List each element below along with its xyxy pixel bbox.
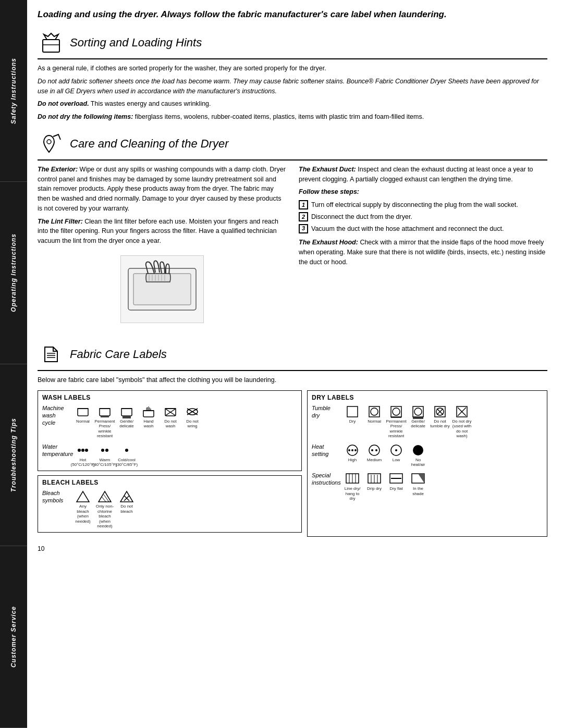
wash-temp-symbols: Hot (50°C/120°F) Warm (40°C/105°F) — [73, 443, 137, 467]
sym-label-dry-perm: Permanent Press/ wrinkle resistant — [386, 419, 406, 439]
symbol-wash-gentle: Gentle/ delicate — [117, 404, 137, 429]
svg-point-28 — [81, 449, 84, 452]
care-hood-label: The Exhaust Hood: — [299, 239, 358, 246]
care-icon — [38, 130, 65, 157]
step-2: 2 Disconnect the duct from the dryer. — [299, 212, 547, 222]
symbol-heat-high: High — [342, 443, 362, 463]
sidebar-customer-label: Customer Service — [10, 606, 17, 668]
sorting-icon — [38, 29, 65, 56]
symbol-wash-perm: Permanent Press/ wrinkle resistant — [95, 404, 115, 439]
sym-label-heat-no: No heat/air — [408, 458, 428, 467]
labels-grid: WASH LABELS Machinewashcycle — [38, 390, 547, 537]
sym-label-special-shade: In the shade — [408, 486, 428, 496]
svg-line-33 — [102, 497, 106, 502]
sorting-body3-text: This wastes energy and causes wrinkling. — [89, 100, 211, 107]
dry-tumble-name: Tumbledry — [312, 404, 340, 419]
sidebar-operating-label: Operating Instructions — [10, 233, 17, 312]
sym-label-wash-gentle: Gentle/ delicate — [117, 419, 137, 429]
care-exhaust-label: The Exhaust Duct: — [299, 166, 356, 173]
care-exterior-label: The Exterior: — [38, 166, 78, 173]
step-num-2: 2 — [299, 212, 308, 221]
sym-label-temp-cold: Cold/cool (30°C/85°F) — [116, 458, 138, 467]
labels-left: WASH LABELS Machinewashcycle — [38, 390, 302, 537]
svg-point-2 — [47, 140, 51, 144]
sym-label-bleach-no: Do not bleach — [117, 504, 137, 514]
sym-label-wash-perm: Permanent Press/ wrinkle resistant — [94, 419, 115, 439]
svg-point-62 — [395, 449, 397, 451]
dry-labels-box: DRY LABELS Tumbledry Dry — [307, 390, 547, 537]
svg-point-63 — [413, 445, 423, 455]
sorting-body4: Do not dry the following items: fibergla… — [38, 112, 547, 122]
bleach-labels-title: BLEACH LABELS — [42, 479, 297, 486]
symbol-wash-hand: Hand wash — [139, 404, 158, 429]
symbol-bleach-no: Do not bleach — [117, 489, 137, 514]
care-body: The Exterior: Wipe or dust any spills or… — [38, 165, 547, 332]
svg-point-57 — [354, 449, 357, 451]
bleach-row-name: Bleachsymbols — [42, 489, 71, 504]
page-header: Loading and using the dryer. Always foll… — [38, 9, 547, 22]
dry-special-row: Specialinstructions — [312, 472, 543, 501]
page-header-title: Loading and using the dryer. Always foll… — [38, 9, 447, 19]
fabric-section: Fabric Care Labels Below are fabric care… — [38, 341, 547, 537]
symbol-special-flat: Dry flat — [386, 472, 406, 491]
wash-machine-row: Machinewashcycle Normal — [42, 404, 297, 439]
svg-rect-37 — [347, 406, 358, 417]
svg-line-34 — [104, 495, 109, 502]
sorting-body3-label: Do not overload. — [38, 100, 89, 107]
svg-point-55 — [348, 449, 350, 451]
sorting-header: Sorting and Loading Hints — [38, 29, 547, 59]
wash-machine-name: Machinewashcycle — [42, 404, 71, 427]
svg-point-41 — [393, 408, 400, 415]
sym-label-dry-dry: Dry — [349, 419, 356, 424]
sidebar-troubleshooting-label: Troubleshooting Tips — [10, 418, 17, 492]
care-header: Care and Cleaning of the Dryer — [38, 130, 547, 161]
sym-label-bleach-any: Any bleach (when needed) — [73, 504, 93, 524]
svg-rect-0 — [43, 40, 59, 52]
bleach-labels-box: BLEACH LABELS Bleachsymbols Any bleac — [38, 475, 302, 533]
dry-heat-name: Heatsetting — [312, 443, 340, 458]
labels-right: DRY LABELS Tumbledry Dry — [307, 390, 547, 537]
svg-point-58 — [369, 445, 380, 455]
sorting-body4-text: fiberglass items, woolens, rubber-coated… — [133, 113, 424, 120]
sym-label-dry-normal: Normal — [368, 419, 381, 424]
step-1: 1 Turn off electrical supply by disconne… — [299, 200, 547, 210]
symbol-special-line: Line dry/ hang to dry — [342, 472, 362, 501]
svg-point-32 — [125, 449, 128, 452]
svg-point-31 — [105, 449, 108, 452]
sym-label-heat-high: High — [348, 458, 357, 463]
wash-labels-box: WASH LABELS Machinewashcycle — [38, 390, 302, 472]
bleach-symbols: Any bleach (when needed) Only non-chlori… — [73, 489, 137, 529]
sidebar: Safety Instructions Operating Instructio… — [0, 0, 27, 728]
lint-filter-container — [38, 250, 286, 328]
care-exterior: The Exterior: Wipe or dust any spills or… — [38, 165, 286, 214]
dry-heat-symbols: High Medium — [342, 443, 428, 467]
symbol-temp-cold: Cold/cool (30°C/85°F) — [117, 443, 137, 467]
symbol-special-shade: In the shade — [408, 472, 428, 496]
care-section: Care and Cleaning of the Dryer The Exter… — [38, 130, 547, 332]
dry-heat-row: Heatsetting High — [312, 443, 543, 467]
main-content: Loading and using the dryer. Always foll… — [27, 0, 563, 728]
fabric-icon — [38, 341, 65, 368]
sym-label-dry-notumble: Do not tumble dry — [430, 419, 450, 429]
sym-label-bleach-nonchlor: Only non-chlorine bleach (when needed) — [95, 504, 115, 529]
svg-point-56 — [351, 449, 353, 451]
sym-label-heat-low: Low — [393, 458, 400, 463]
sym-label-wash-normal: Normal — [76, 419, 90, 424]
sorting-body4-label: Do not dry the following items: — [38, 113, 133, 120]
sorting-section: Sorting and Loading Hints As a general r… — [38, 29, 547, 122]
care-col-right: The Exhaust Duct: Inspect and clean the … — [299, 165, 547, 332]
wash-temp-row: Watertemperature Hot (50°C/120°F) — [42, 443, 297, 467]
sorting-title: Sorting and Loading Hints — [70, 36, 202, 50]
page-number: 10 — [38, 545, 547, 552]
symbol-dry-normal: Normal — [364, 404, 384, 424]
sym-label-temp-warm: Warm (40°C/105°F) — [93, 458, 117, 467]
symbol-heat-low: Low — [386, 443, 406, 463]
dry-special-name: Specialinstructions — [312, 472, 340, 487]
wash-machine-symbols: Normal Permanent Press/ wrinkle resistan… — [73, 404, 202, 439]
care-lint: The Lint Filter: Clean the lint filter b… — [38, 217, 286, 246]
symbol-wash-nowring: Do not wring — [182, 404, 202, 429]
care-col-left: The Exterior: Wipe or dust any spills or… — [38, 165, 286, 332]
care-hood: The Exhaust Hood: Check with a mirror th… — [299, 238, 547, 267]
symbol-dry-dry: Dry — [342, 404, 362, 424]
step-1-text: Turn off electrical supply by disconnect… — [311, 200, 518, 210]
